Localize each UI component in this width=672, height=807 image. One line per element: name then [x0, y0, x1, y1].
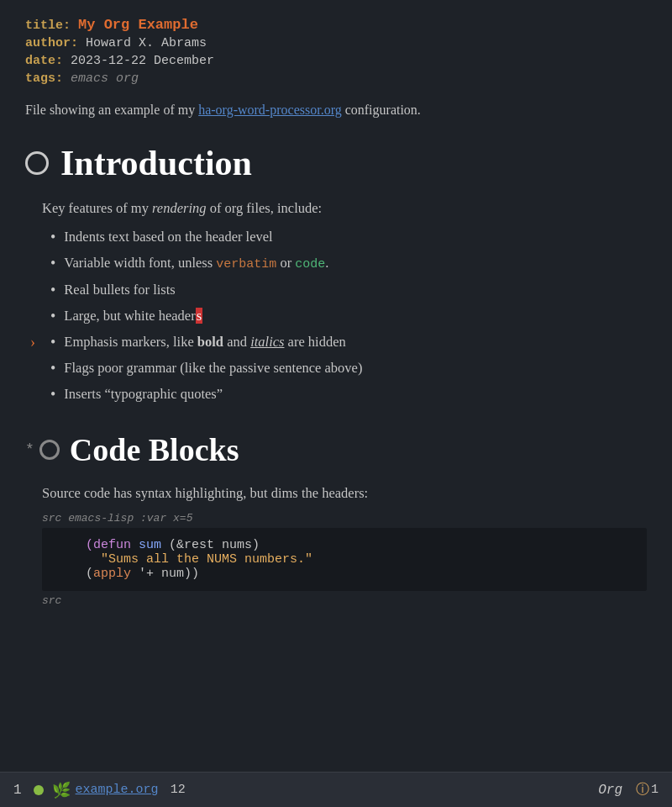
list-item: • Large, but white headers	[50, 306, 647, 327]
code-text: code	[295, 257, 325, 272]
section2-intro: Source code has syntax highlighting, but…	[42, 485, 647, 502]
section1-content: Key features of my rendering of org file…	[42, 200, 647, 406]
cursor: s	[196, 308, 202, 324]
code-indent	[55, 552, 101, 567]
list-item-text: Indents text based on the header level	[64, 227, 272, 248]
metadata-title-row: title: My Org Example	[25, 17, 647, 33]
heading-star-icon: *	[25, 441, 34, 458]
code-indent	[55, 538, 86, 552]
list-item: • Inserts “typographic quotes”	[50, 384, 647, 405]
intro-text-after: configuration.	[342, 103, 421, 117]
metadata-author-row: author: Howard X. Abrams	[25, 36, 647, 50]
status-badge-num: 1	[651, 783, 659, 797]
meta-key-title: title:	[25, 18, 71, 33]
list-item-text: Inserts “typographic quotes”	[64, 384, 223, 405]
verbatim-text: verbatim	[216, 257, 276, 272]
intro-text-before: File showing an example of my	[25, 103, 198, 117]
intro-after: of org files, include:	[207, 200, 323, 216]
list-item: • Flags poor grammar (like the passive s…	[50, 358, 647, 379]
intro-italic: rendering	[152, 200, 206, 216]
meta-key-author: author:	[25, 36, 78, 50]
bullet-icon: •	[50, 332, 55, 353]
bullet-icon: •	[50, 358, 55, 379]
code-src-end-label: src	[42, 594, 647, 607]
bullet-icon: •	[50, 227, 55, 248]
code-rest2: '+ num))	[131, 567, 199, 581]
bullet-icon: •	[50, 306, 55, 327]
main-content: title: My Org Example author: Howard X. …	[0, 0, 672, 674]
section1-intro: Key features of my rendering of org file…	[42, 200, 647, 217]
intro-paragraph: File showing an example of my ha-org-wor…	[25, 103, 647, 118]
status-mode: Org	[598, 783, 622, 798]
code-indent	[55, 567, 86, 581]
code-src-label: src emacs-lisp :var x=5	[42, 512, 647, 525]
status-filename[interactable]: example.org	[76, 783, 159, 797]
meta-value-title: My Org Example	[78, 17, 198, 33]
meta-key-tags: tags:	[25, 71, 63, 86]
emacs-icon: 🌿	[52, 781, 71, 799]
code-special: apply	[93, 567, 131, 581]
status-info-badge: ⓘ 1	[636, 781, 659, 799]
status-bar: 1 🌿 example.org 12 Org ⓘ 1	[0, 772, 672, 807]
section2-heading: * Code Blocks	[25, 431, 647, 468]
meta-key-date: date:	[25, 54, 63, 68]
meta-value-author: Howard X. Abrams	[86, 36, 207, 50]
list-item-with-marker: › • Emphasis markers, like bold and ital…	[50, 332, 647, 353]
list-item-text: Flags poor grammar (like the passive sen…	[64, 358, 362, 379]
code-paren: (	[86, 567, 93, 581]
list-item-text: Emphasis markers, like bold and italics …	[64, 332, 345, 353]
status-dot-icon	[34, 785, 44, 795]
list-item: • Indents text based on the header level	[50, 227, 647, 248]
section2-content: Source code has syntax highlighting, but…	[42, 485, 647, 607]
section2-title: Code Blocks	[70, 431, 239, 468]
heading-circle-sm-icon	[39, 440, 60, 460]
heading-circle-icon	[25, 151, 49, 175]
code-block: (defun sum (&rest nums) "Sums all the NU…	[42, 528, 647, 591]
bullet-icon: •	[50, 384, 55, 405]
list-item: • Variable width font, unless verbatim o…	[50, 253, 647, 275]
section1-heading: Introduction	[25, 143, 647, 183]
code-line-2: "Sums all the NUMS numbers."	[55, 552, 633, 567]
bold-text: bold	[197, 334, 223, 350]
left-marker-icon: ›	[30, 334, 35, 351]
list-item: • Real bullets for lists	[50, 280, 647, 301]
bullet-icon: •	[50, 280, 55, 301]
status-col-number: 12	[171, 783, 186, 797]
metadata-block: title: My Org Example author: Howard X. …	[25, 17, 647, 86]
meta-value-date: 2023-12-22 December	[71, 54, 214, 68]
italic-text: italics	[250, 334, 284, 350]
code-line-1: (defun sum (&rest nums)	[55, 538, 633, 552]
code-fn-name: sum	[131, 538, 161, 552]
list-item-text: Real bullets for lists	[64, 280, 175, 301]
intro-link[interactable]: ha-org-word-processor.org	[198, 103, 341, 117]
code-string: "Sums all the NUMS numbers."	[101, 552, 312, 567]
code-keyword: (defun	[86, 538, 131, 552]
bullet-icon: •	[50, 253, 55, 274]
list-item-text: Variable width font, unless verbatim or …	[64, 253, 328, 275]
meta-value-tags: emacs org	[71, 71, 139, 86]
metadata-tags-row: tags: emacs org	[25, 71, 647, 86]
info-circle-icon: ⓘ	[636, 781, 649, 799]
section1-title: Introduction	[60, 143, 252, 183]
metadata-date-row: date: 2023-12-22 December	[25, 54, 647, 68]
code-rest: (&rest nums)	[161, 538, 260, 552]
intro-before: Key features of my	[42, 200, 152, 216]
status-line-number: 1	[13, 783, 22, 798]
list-item-text: Large, but white headers	[64, 306, 202, 327]
section1-list: • Indents text based on the header level…	[50, 227, 647, 406]
code-line-3: (apply '+ num))	[55, 567, 633, 581]
